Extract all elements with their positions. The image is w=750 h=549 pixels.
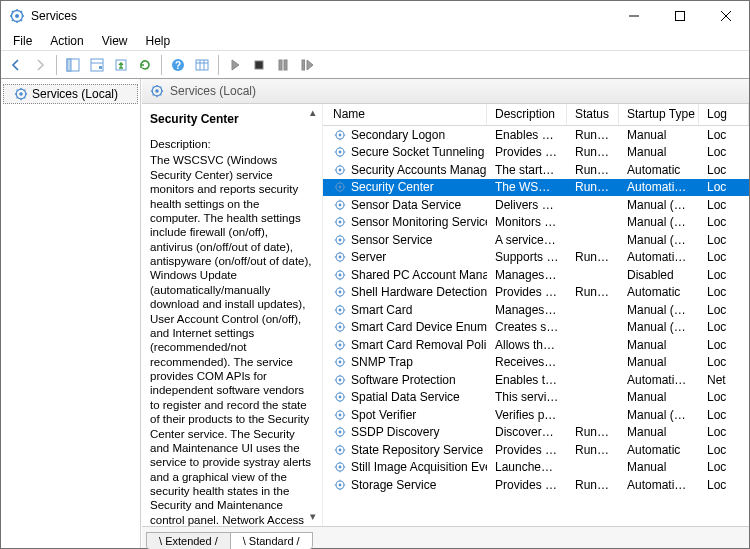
menu-view[interactable]: View — [94, 32, 136, 50]
view-columns-button[interactable] — [191, 54, 213, 76]
service-rows[interactable]: Secondary LogonEnables star...RunningMan… — [323, 126, 749, 526]
description-label: Description: — [150, 137, 312, 151]
scroll-up-icon[interactable]: ▴ — [306, 106, 320, 120]
service-row[interactable]: SSDP DiscoveryDiscovers n...RunningManua… — [323, 424, 749, 442]
service-row[interactable]: Security Accounts ManagerThe startup ...… — [323, 161, 749, 179]
gear-icon — [333, 390, 347, 404]
selected-service-name: Security Center — [150, 112, 312, 127]
service-description: Provides en... — [487, 478, 567, 492]
service-row[interactable]: Shell Hardware DetectionProvides no...Ru… — [323, 284, 749, 302]
service-logon: Loc — [699, 198, 749, 212]
service-startup: Manual (Trig... — [619, 198, 699, 212]
service-status: Running — [567, 163, 619, 177]
service-logon: Loc — [699, 408, 749, 422]
service-startup: Manual — [619, 460, 699, 474]
service-row[interactable]: Shared PC Account ManagerManages pr...Di… — [323, 266, 749, 284]
scroll-down-icon[interactable]: ▾ — [306, 510, 320, 524]
column-name[interactable]: Name — [323, 104, 487, 125]
service-name: Server — [351, 250, 386, 264]
menu-help[interactable]: Help — [138, 32, 179, 50]
service-startup: Manual (Trig... — [619, 303, 699, 317]
forward-button[interactable] — [29, 54, 51, 76]
service-logon: Loc — [699, 180, 749, 194]
restart-service-button[interactable] — [296, 54, 318, 76]
menu-action[interactable]: Action — [42, 32, 91, 50]
service-row[interactable]: Software ProtectionEnables the ...Automa… — [323, 371, 749, 389]
gear-icon — [333, 478, 347, 492]
service-description: Provides no... — [487, 285, 567, 299]
service-row[interactable]: Sensor Monitoring ServiceMonitors va...M… — [323, 214, 749, 232]
service-name: Secondary Logon — [351, 128, 445, 142]
service-description: Delivers dat... — [487, 198, 567, 212]
service-name: Sensor Service — [351, 233, 432, 247]
column-description[interactable]: Description — [487, 104, 567, 125]
tab-standard[interactable]: \ Standard / — [230, 532, 313, 549]
pause-service-button[interactable] — [272, 54, 294, 76]
service-row[interactable]: Smart Card Removal PolicyAllows the s...… — [323, 336, 749, 354]
tree-node-label: Services (Local) — [32, 87, 118, 101]
export-button[interactable] — [110, 54, 132, 76]
menu-file[interactable]: File — [5, 32, 40, 50]
svg-text:?: ? — [175, 60, 181, 71]
service-logon: Loc — [699, 460, 749, 474]
column-startup[interactable]: Startup Type — [619, 104, 699, 125]
service-row[interactable]: SNMP TrapReceives tra...ManualLoc — [323, 354, 749, 372]
start-service-button[interactable] — [224, 54, 246, 76]
service-row[interactable]: Security CenterThe WSCSV...RunningAutoma… — [323, 179, 749, 197]
gear-icon — [333, 198, 347, 212]
service-row[interactable]: Storage ServiceProvides en...RunningAuto… — [323, 476, 749, 494]
column-logon[interactable]: Log — [699, 104, 749, 125]
service-row[interactable]: Spot VerifierVerifies pote...Manual (Tri… — [323, 406, 749, 424]
service-startup: Disabled — [619, 268, 699, 282]
service-row[interactable]: Secure Socket Tunneling Pr...Provides su… — [323, 144, 749, 162]
service-name: Smart Card — [351, 303, 412, 317]
close-button[interactable] — [703, 1, 749, 31]
show-hide-tree-button[interactable] — [62, 54, 84, 76]
service-status: Running — [567, 478, 619, 492]
properties-button[interactable] — [86, 54, 108, 76]
service-row[interactable]: Still Image Acquisition EventsLaunches a… — [323, 459, 749, 477]
service-startup: Automatic (T... — [619, 250, 699, 264]
service-name: Spot Verifier — [351, 408, 416, 422]
service-name: Secure Socket Tunneling Pr... — [351, 145, 487, 159]
service-row[interactable]: ServerSupports fil...RunningAutomatic (T… — [323, 249, 749, 267]
service-name: Shell Hardware Detection — [351, 285, 487, 299]
service-status: Running — [567, 250, 619, 264]
column-status[interactable]: Status — [567, 104, 619, 125]
toolbar-separator — [56, 55, 57, 75]
refresh-button[interactable] — [134, 54, 156, 76]
tree-node-services-local[interactable]: Services (Local) — [3, 84, 138, 104]
help-button[interactable]: ? — [167, 54, 189, 76]
minimize-button[interactable] — [611, 1, 657, 31]
service-row[interactable]: Secondary LogonEnables star...RunningMan… — [323, 126, 749, 144]
toolbar-separator — [161, 55, 162, 75]
svg-rect-17 — [676, 12, 685, 21]
maximize-button[interactable] — [657, 1, 703, 31]
service-description: A service fo... — [487, 233, 567, 247]
service-description: Manages pr... — [487, 268, 567, 282]
gear-icon — [333, 180, 347, 194]
service-logon: Loc — [699, 145, 749, 159]
service-row[interactable]: Smart CardManages ac...Manual (Trig...Lo… — [323, 301, 749, 319]
service-row[interactable]: Smart Card Device Enumera...Creates soft… — [323, 319, 749, 337]
description-text: The WSCSVC (Windows Security Center) ser… — [150, 153, 312, 526]
stop-service-button[interactable] — [248, 54, 270, 76]
service-row[interactable]: Sensor Data ServiceDelivers dat...Manual… — [323, 196, 749, 214]
gear-icon — [333, 408, 347, 422]
service-row[interactable]: Spatial Data ServiceThis service ...Manu… — [323, 389, 749, 407]
gear-icon — [14, 87, 28, 101]
service-row[interactable]: State Repository ServiceProvides re...Ru… — [323, 441, 749, 459]
svg-rect-28 — [196, 60, 208, 70]
service-name: Shared PC Account Manager — [351, 268, 487, 282]
service-startup: Manual (Trig... — [619, 233, 699, 247]
back-button[interactable] — [5, 54, 27, 76]
service-logon: Loc — [699, 355, 749, 369]
tab-extended[interactable]: \ Extended / — [146, 532, 230, 549]
service-startup: Manual — [619, 338, 699, 352]
body: Services (Local) Services (Local) ▴ Secu… — [1, 79, 749, 548]
gear-icon — [333, 128, 347, 142]
service-description: Provides re... — [487, 443, 567, 457]
tree-pane[interactable]: Services (Local) — [1, 79, 141, 548]
service-row[interactable]: Sensor ServiceA service fo...Manual (Tri… — [323, 231, 749, 249]
service-status: Running — [567, 425, 619, 439]
